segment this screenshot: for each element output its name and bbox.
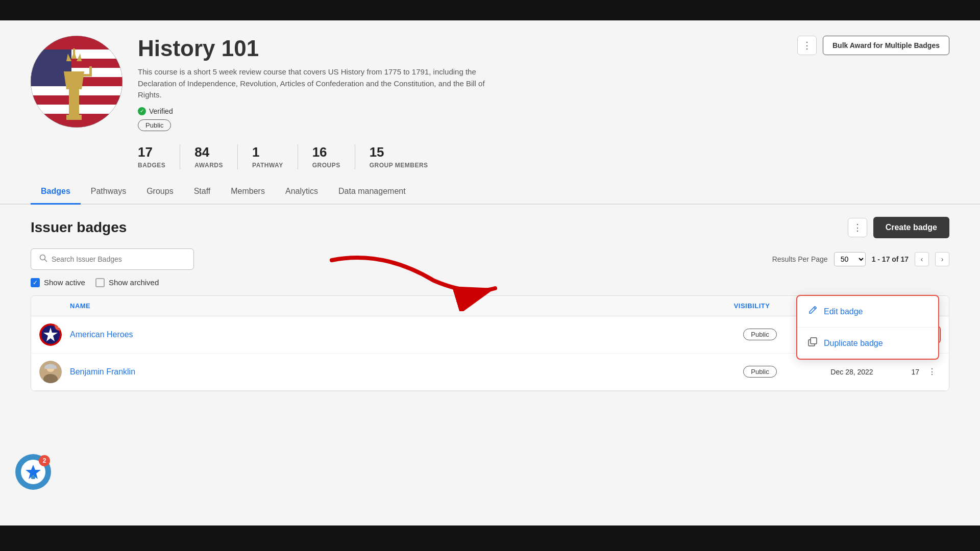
badge-link-benjamin-franklin[interactable]: Benjamin Franklin (70, 367, 135, 377)
stat-awards: 84 AWARDS (194, 144, 238, 169)
public-tag: Public (138, 119, 171, 131)
search-icon (39, 254, 47, 264)
tab-data-management[interactable]: Data management (328, 180, 416, 205)
header-actions: ⋮ Bulk Award for Multiple Badges (797, 36, 949, 55)
tab-staff[interactable]: Staff (184, 180, 221, 205)
tab-analytics[interactable]: Analytics (275, 180, 328, 205)
search-box (31, 248, 194, 270)
duplicate-badge-item[interactable]: Duplicate badge (797, 328, 938, 359)
col-header-visibility: Visibility (706, 302, 798, 310)
edit-icon (807, 305, 818, 318)
group-members-count: 15 (370, 144, 428, 160)
visibility-pill-benjamin-franklin: Public (743, 366, 776, 378)
notification-count: 2 (39, 455, 50, 466)
show-active-label: Show active (44, 278, 85, 287)
notification-bubble[interactable]: 2 (15, 454, 51, 490)
pathway-count: 1 (252, 144, 283, 160)
search-input[interactable] (52, 255, 185, 263)
course-info: History 101 This course is a short 5 wee… (138, 36, 797, 169)
row-visibility-american-heroes: Public (714, 329, 806, 340)
visibility-pill-american-heroes: Public (743, 329, 776, 340)
stat-pathway: 1 PATHWAY (252, 144, 298, 169)
badges-header-actions: ⋮ Create badge (848, 217, 949, 238)
pagination-area: Results Per Page 50 10 25 100 1 - 17 of … (772, 252, 949, 266)
row-name-cell-american-heroes: 2 American Heroes (39, 323, 714, 346)
stats-row: 17 BADGES 84 AWARDS 1 PATHWAY 16 GROUPS … (138, 144, 797, 169)
svg-line-17 (45, 259, 47, 261)
awards-count: 84 (194, 144, 223, 160)
show-active-checkbox[interactable]: ✓ (31, 278, 40, 287)
svg-marker-7 (64, 71, 84, 89)
tabs-section: Badges Pathways Groups Staff Members Ana… (0, 180, 980, 205)
verified-label: Verified (149, 107, 173, 115)
duplicate-badge-label: Duplicate badge (824, 339, 883, 348)
main-content: History 101 This course is a short 5 wee… (0, 20, 980, 525)
pathway-label: PATHWAY (252, 162, 283, 169)
issuer-badges-title: Issuer badges (31, 219, 127, 236)
tab-pathways[interactable]: Pathways (81, 180, 136, 205)
header-section: History 101 This course is a short 5 wee… (0, 20, 980, 180)
svg-rect-25 (811, 338, 817, 344)
row-name-cell-benjamin-franklin: Benjamin Franklin (39, 361, 714, 383)
svg-rect-11 (89, 66, 92, 77)
row-more-options-benjamin-franklin[interactable]: ⋮ (923, 363, 941, 381)
bottom-bar (0, 525, 980, 551)
badge-image-american-heroes: 2 (39, 323, 62, 346)
create-badge-button[interactable]: Create badge (873, 217, 949, 238)
col-header-name: Name (39, 302, 706, 310)
groups-label: GROUPS (312, 162, 340, 169)
badges-header: Issuer badges ⋮ Create badge (31, 217, 949, 238)
duplicate-icon (807, 337, 818, 349)
per-page-select[interactable]: 50 10 25 100 (834, 252, 866, 266)
row-created-benjamin-franklin: Dec 28, 2022 (806, 368, 898, 376)
filter-row: ✓ Show active Show archived (31, 278, 949, 287)
top-bar (0, 0, 980, 20)
show-active-filter[interactable]: ✓ Show active (31, 278, 85, 287)
row-count-benjamin-franklin: 17 (898, 368, 923, 376)
row-visibility-benjamin-franklin: Public (714, 366, 806, 378)
show-archived-label: Show archived (109, 278, 159, 287)
awards-label: AWARDS (194, 162, 223, 169)
edit-badge-label: Edit badge (824, 307, 863, 316)
stat-group-members: 15 GROUP MEMBERS (370, 144, 443, 169)
course-title: History 101 (138, 36, 797, 61)
course-description: This course is a short 5 week review cou… (138, 66, 495, 101)
badges-more-options-button[interactable]: ⋮ (848, 218, 867, 237)
next-page-button[interactable]: › (935, 252, 949, 266)
svg-rect-9 (66, 115, 82, 120)
show-archived-checkbox[interactable] (95, 278, 105, 287)
stat-groups: 16 GROUPS (312, 144, 355, 169)
pagination-info: 1 - 17 of 17 (872, 255, 909, 263)
show-archived-filter[interactable]: Show archived (95, 278, 159, 287)
course-logo (31, 36, 122, 128)
edit-badge-item[interactable]: Edit badge (797, 296, 938, 328)
prev-page-button[interactable]: ‹ (915, 252, 929, 266)
badges-label: BADGES (138, 162, 165, 169)
group-members-label: GROUP MEMBERS (370, 162, 428, 169)
verified-badge: ✓ Verified (138, 107, 797, 115)
search-filter-row: Results Per Page 50 10 25 100 1 - 17 of … (31, 248, 949, 270)
svg-rect-28 (31, 476, 35, 479)
badge-actions-dropdown: Edit badge Duplicate badge (796, 295, 939, 360)
badge-notification-count: 2 (55, 323, 62, 331)
tab-members[interactable]: Members (220, 180, 275, 205)
tab-groups[interactable]: Groups (136, 180, 183, 205)
badges-count: 17 (138, 144, 165, 160)
per-page-label: Results Per Page (772, 255, 828, 263)
groups-count: 16 (312, 144, 340, 160)
stat-badges: 17 BADGES (138, 144, 180, 169)
verified-icon: ✓ (138, 107, 146, 115)
badge-link-american-heroes[interactable]: American Heroes (70, 330, 133, 339)
header-more-options-button[interactable]: ⋮ (797, 36, 817, 55)
svg-rect-8 (69, 89, 79, 115)
badge-image-benjamin-franklin (39, 361, 62, 383)
tab-badges[interactable]: Badges (31, 180, 81, 205)
bulk-award-button[interactable]: Bulk Award for Multiple Badges (823, 36, 949, 55)
